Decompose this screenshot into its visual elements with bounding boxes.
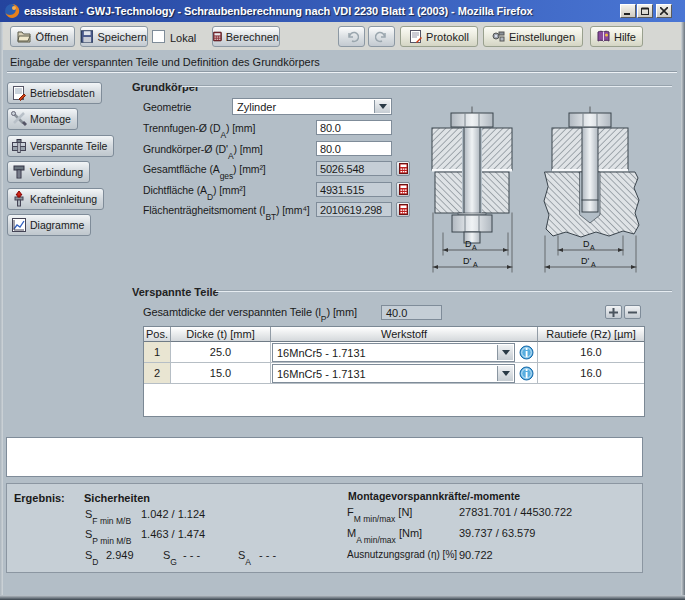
message-area	[6, 437, 643, 477]
minus-icon	[628, 308, 637, 317]
ma-symbol: MA min/max [Nm]	[347, 527, 422, 542]
help-button[interactable]: Hilfe	[590, 26, 643, 47]
montage-title: Montagevorspannkräfte/-momente	[348, 490, 520, 502]
toolbar: Öffnen Speichern Lokal Berechnen Protoko…	[0, 22, 685, 50]
sa-value: - - -	[259, 549, 276, 561]
calculate-label: Berechnen	[226, 31, 279, 43]
sidebar-item-diagramme[interactable]: Diagramme	[7, 214, 91, 236]
geometrie-label: Geometrie	[143, 101, 191, 113]
minimize-button[interactable]	[620, 4, 636, 18]
settings-icon	[491, 30, 505, 43]
tools-icon	[11, 111, 27, 127]
redo-button[interactable]	[368, 26, 395, 47]
chart-icon	[11, 217, 27, 233]
sidebar-item-krafteinleitung[interactable]: Krafteinleitung	[7, 188, 104, 210]
help-book-icon	[597, 30, 610, 43]
traegheitsmoment-calc-button[interactable]	[396, 202, 410, 217]
plus-icon	[609, 308, 618, 317]
dicke-cell[interactable]: 25.0	[171, 342, 271, 363]
dichtflaeche-label: Dichtfläche (AD) [mm²]	[143, 184, 246, 199]
sidebar-label: Krafteinleitung	[30, 193, 97, 205]
protocol-button[interactable]: Protokoll	[400, 26, 478, 47]
rautiefe-cell[interactable]: 16.0	[538, 363, 644, 384]
fm-symbol: FM min/max [N]	[347, 506, 412, 521]
sicherheiten-title: Sicherheiten	[84, 492, 150, 504]
undo-button[interactable]	[338, 26, 365, 47]
sg-value: - - -	[183, 549, 200, 561]
settings-button[interactable]: Einstellungen	[483, 26, 583, 47]
gesamtdicke-label: Gesamtdicke der verspannten Teile (lP) […	[143, 306, 357, 321]
sf-symbol: SF min M/B	[85, 508, 131, 523]
svg-text:A: A	[590, 244, 595, 251]
pos-cell: 2	[144, 363, 171, 384]
undo-icon	[345, 31, 359, 43]
maximize-button[interactable]	[637, 4, 653, 18]
window-border-right	[681, 22, 685, 600]
werkstoff-select[interactable]: 16MnCr5 - 1.7131	[272, 343, 515, 362]
pos-cell: 1	[144, 342, 171, 363]
sidebar-item-betriebsdaten[interactable]: Betriebsdaten	[7, 82, 102, 104]
grundkoerper-d-input[interactable]: 80.0	[316, 141, 392, 156]
force-bolt-icon	[11, 191, 27, 207]
redo-icon	[375, 31, 389, 43]
close-button[interactable]	[656, 4, 672, 18]
svg-text:D: D	[465, 239, 472, 249]
settings-label: Einstellungen	[509, 31, 575, 43]
svg-text:D': D'	[581, 256, 589, 266]
sp-symbol: SP min M/B	[85, 528, 131, 543]
sidebar-item-montage[interactable]: Montage	[7, 108, 78, 130]
titlebar: eassistant - GWJ-Technology - Schraubenb…	[0, 0, 685, 22]
col-header-werkstoff[interactable]: Werkstoff	[271, 327, 538, 342]
window-title: eassistant - GWJ-Technology - Schraubenb…	[24, 5, 533, 17]
traegheitsmoment-value: 2010619.298	[316, 202, 392, 217]
bolt-icon	[11, 164, 27, 180]
dichtflaeche-calc-button[interactable]	[396, 182, 410, 197]
sg-symbol: SG	[163, 549, 177, 564]
chevron-down-icon[interactable]	[497, 345, 513, 360]
result-label: Ergebnis:	[14, 492, 65, 504]
dicke-cell[interactable]: 15.0	[171, 363, 271, 384]
trennfugen-input[interactable]: 80.0	[316, 120, 392, 135]
grundkoerper-d-label: Grundkörper-Ø (D'A) [mm]	[143, 143, 263, 158]
rautiefe-cell[interactable]: 16.0	[538, 342, 644, 363]
col-header-rautiefe[interactable]: Rautiefe (Rz) [µm]	[538, 327, 644, 342]
add-row-button[interactable]	[605, 305, 622, 319]
chevron-down-icon[interactable]	[374, 100, 390, 113]
calculate-button[interactable]: Berechnen	[212, 26, 280, 47]
protocol-document-icon	[409, 30, 422, 43]
svg-text:D: D	[583, 239, 590, 249]
werkstoff-select[interactable]: 16MnCr5 - 1.7131	[272, 364, 515, 383]
col-header-pos[interactable]: Pos.	[144, 327, 171, 342]
sidebar-label: Montage	[30, 113, 71, 125]
local-checkbox-label: Lokal	[170, 32, 196, 44]
sidebar-item-verspannte-teile[interactable]: Verspannte Teile	[7, 135, 114, 157]
group-title-verspannte-teile: Verspannte Teile	[132, 286, 219, 298]
save-button[interactable]: Speichern	[80, 26, 148, 47]
divider-line	[7, 71, 677, 73]
sidebar-label: Verbindung	[30, 166, 83, 178]
svg-text:A: A	[472, 244, 477, 251]
sd-value: 2.949	[106, 549, 134, 561]
calculator-icon	[399, 204, 408, 215]
geometrie-select[interactable]: Zylinder	[232, 98, 392, 115]
remove-row-button[interactable]	[624, 305, 641, 319]
sf-value: 1.042 / 1.124	[141, 508, 205, 520]
ausnutzungsgrad-label: Ausnutzungsgrad (η) [%]	[347, 549, 457, 560]
open-label: Öffnen	[36, 31, 69, 43]
sidebar-item-verbindung[interactable]: Verbindung	[7, 161, 90, 183]
app-window: eassistant - GWJ-Technology - Schraubenb…	[0, 0, 685, 600]
col-header-dicke[interactable]: Dicke (t) [mm]	[171, 327, 271, 342]
info-icon[interactable]	[519, 345, 534, 360]
firefox-icon	[4, 3, 20, 19]
local-checkbox[interactable]	[152, 30, 165, 43]
fm-value: 27831.701 / 44530.722	[459, 506, 572, 518]
gesamtflaeche-calc-button[interactable]	[396, 161, 410, 176]
calculator-icon	[399, 163, 408, 174]
open-button[interactable]: Öffnen	[10, 26, 75, 47]
info-icon[interactable]	[519, 366, 534, 381]
status-message: Eingabe der verspannten Teile und Defini…	[10, 56, 320, 68]
dichtflaeche-value: 4931.515	[316, 182, 392, 197]
chevron-down-icon[interactable]	[497, 366, 513, 381]
werkstoff-cell: 16MnCr5 - 1.7131	[271, 363, 538, 384]
gesamtflaeche-value: 5026.548	[316, 161, 392, 176]
